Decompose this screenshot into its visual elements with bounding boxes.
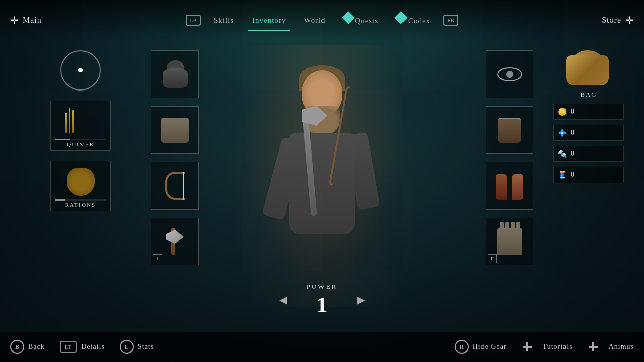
quiver-arrows: [65, 108, 96, 133]
quiver-arrow-1: [65, 113, 67, 133]
details-button[interactable]: LT: [60, 341, 77, 353]
power-label: POWER: [307, 283, 338, 291]
rations-label: RATIONS: [65, 202, 96, 208]
glove-finger-2: [505, 222, 509, 229]
quiver-bar: [55, 139, 106, 140]
store-cross-icon: ✛: [625, 14, 634, 26]
bracer-slot[interactable]: [486, 106, 533, 154]
gold-icon: 🪙: [558, 108, 567, 116]
rations-bar: [55, 199, 106, 201]
stats-label: Stats: [138, 343, 154, 351]
quiver-arrow-2: [69, 108, 70, 133]
tutorials-label: Tutorials: [543, 343, 573, 351]
axe-icon: [161, 228, 189, 255]
back-label: Back: [28, 343, 45, 351]
bow-icon: [163, 172, 188, 200]
main-cross-icon: ✛: [10, 14, 19, 26]
glove-badge: II: [488, 254, 497, 263]
bag-resource-iron: 🔩 0: [553, 146, 624, 162]
quiver-arrow-3: [72, 110, 74, 133]
rb-bumper[interactable]: RB: [443, 15, 458, 26]
top-navigation: ✛ Main LB Skills Inventory World Quests …: [0, 0, 644, 40]
nav-store[interactable]: Store ✛: [602, 14, 634, 26]
compass-dot: [78, 68, 83, 72]
iron-icon: 🔩: [558, 150, 567, 158]
glove-finger-4: [516, 222, 520, 229]
gold-count: 0: [571, 108, 574, 116]
glove-slot[interactable]: II: [486, 218, 533, 265]
fiber-count: 0: [571, 171, 574, 179]
bracer-icon: [498, 118, 521, 143]
silver-icon: 💠: [558, 129, 567, 137]
quiver-icon: [65, 108, 96, 135]
lb-bumper[interactable]: LB: [186, 15, 201, 26]
rations-icon: [67, 168, 95, 196]
bow-slot[interactable]: [151, 162, 199, 210]
left-gear-column: 1: [151, 50, 199, 265]
boots-icon: [496, 172, 523, 200]
stats-button[interactable]: L: [120, 340, 134, 354]
bag-label: BAG: [580, 90, 597, 99]
eye-icon: [497, 67, 522, 82]
power-section: ◀ POWER 1 ▶: [279, 283, 365, 317]
bag-resource-fiber: 🧵 0: [553, 167, 624, 183]
tab-codex[interactable]: Codex: [387, 11, 439, 29]
right-gear-column: II: [486, 50, 533, 265]
animus-label: Animus: [609, 343, 634, 351]
glove-fingers: [500, 222, 520, 229]
tutorials-plus-icon: [522, 341, 533, 352]
axe-blade: [166, 230, 184, 244]
rations-icon-area: [51, 161, 110, 202]
main-label: Main: [23, 16, 42, 25]
details-label: Details: [81, 343, 105, 351]
viking-figure: [247, 55, 397, 307]
chest-slot[interactable]: [151, 106, 199, 154]
store-label: Store: [602, 16, 621, 25]
axe-badge: 1: [153, 254, 162, 263]
left-panel: QUIVER RATIONS: [30, 50, 131, 211]
hide-gear-button[interactable]: R: [455, 340, 469, 354]
quiver-icon-area: [51, 101, 110, 141]
cloak-slot[interactable]: [486, 50, 533, 98]
power-next-arrow[interactable]: ▶: [357, 294, 365, 306]
back-button[interactable]: B: [10, 340, 24, 354]
bag-resource-silver: 💠 0: [553, 125, 624, 141]
glove-finger-1: [500, 222, 504, 229]
quiver-slot[interactable]: QUIVER: [50, 101, 111, 151]
hide-gear-action[interactable]: R Hide Gear: [455, 340, 507, 354]
quiver-label: QUIVER: [67, 141, 94, 147]
rations-bar-fill: [55, 199, 65, 201]
power-prev-arrow[interactable]: ◀: [279, 294, 287, 306]
main-content: QUIVER RATIONS: [0, 40, 644, 332]
character-silhouette: [226, 45, 418, 307]
boot-right: [512, 174, 523, 200]
tab-skills[interactable]: Skills: [205, 12, 243, 29]
eye-pupil: [506, 71, 513, 78]
tab-inventory[interactable]: Inventory: [243, 12, 295, 29]
boots-slot[interactable]: [486, 162, 533, 210]
tutorials-action[interactable]: Tutorials: [522, 341, 573, 352]
iron-count: 0: [571, 150, 574, 158]
details-action[interactable]: LT Details: [60, 341, 105, 353]
nav-tabs: LB Skills Inventory World Quests Codex R…: [182, 11, 462, 29]
hood-icon: [163, 60, 188, 88]
bag-icon: [566, 50, 611, 85]
codex-diamond-icon: [394, 11, 407, 24]
fiber-icon: 🧵: [558, 171, 567, 179]
glove-finger-3: [511, 222, 515, 229]
nav-main[interactable]: ✛ Main: [10, 14, 42, 26]
back-action[interactable]: B Back: [10, 340, 45, 354]
animus-action[interactable]: Animus: [588, 341, 634, 352]
rations-slot[interactable]: RATIONS: [50, 161, 111, 211]
tab-world[interactable]: World: [295, 12, 334, 29]
bow-string: [183, 172, 184, 200]
chest-icon: [161, 118, 189, 143]
hood-slot[interactable]: [151, 50, 199, 98]
bag-resource-gold: 🪙 0: [553, 104, 624, 120]
hide-gear-label: Hide Gear: [473, 343, 507, 351]
stats-action[interactable]: L Stats: [120, 340, 154, 354]
bow-arc: [165, 172, 185, 200]
bag-section: BAG 🪙 0 💠 0 🔩 0 🧵 0: [548, 50, 629, 183]
axe-slot[interactable]: 1: [151, 218, 199, 265]
tab-quests[interactable]: Quests: [335, 11, 388, 29]
